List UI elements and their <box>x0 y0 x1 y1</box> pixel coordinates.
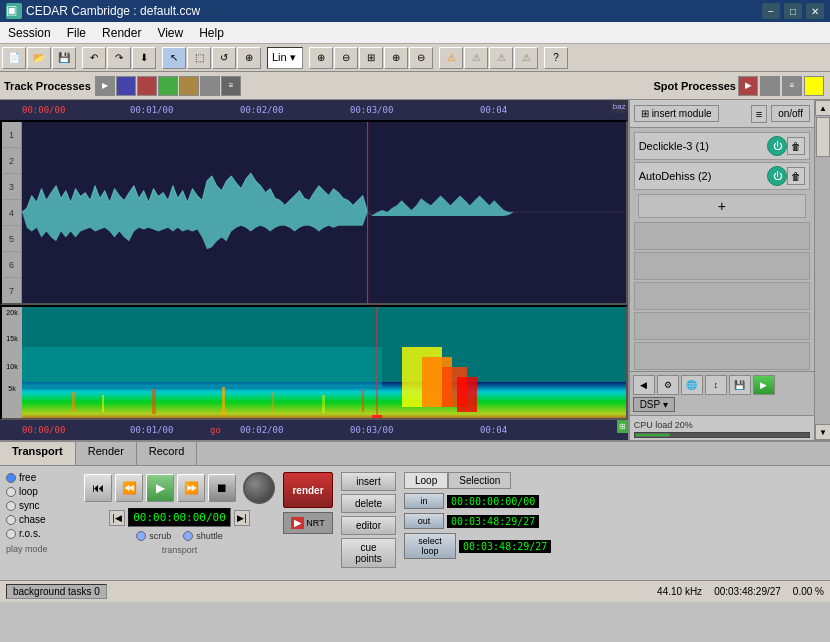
select-loop-button[interactable]: select loop <box>404 533 456 559</box>
tp-icon-6[interactable] <box>200 76 220 96</box>
editor-button[interactable]: editor <box>341 516 396 535</box>
svg-rect-10 <box>457 377 477 412</box>
mode-chase-radio[interactable] <box>6 515 16 525</box>
loop-tool[interactable]: ↺ <box>212 47 236 69</box>
zoom-out-h[interactable]: ⊖ <box>334 47 358 69</box>
rb-play-button[interactable]: ▶ <box>753 375 775 395</box>
scrub-control[interactable]: scrub <box>136 531 171 541</box>
rewind-button[interactable]: ⏮ <box>84 474 112 502</box>
mode-free[interactable]: free <box>6 472 76 483</box>
zoom-fit-h[interactable]: ⊞ <box>359 47 383 69</box>
menu-file[interactable]: File <box>59 24 94 42</box>
ls-tab-selection[interactable]: Selection <box>448 472 511 489</box>
clip4-button[interactable]: ⚠ <box>514 47 538 69</box>
tp-icon-7[interactable]: ≡ <box>221 76 241 96</box>
stop-button[interactable]: ⏹ <box>208 474 236 502</box>
open-button[interactable]: 📂 <box>27 47 51 69</box>
cue-points-button[interactable]: cue points <box>341 538 396 568</box>
zoom-in-h[interactable]: ⊕ <box>309 47 333 69</box>
to-end-button[interactable]: ▶| <box>234 510 250 526</box>
mode-ros[interactable]: r.o.s. <box>6 528 76 539</box>
plugin-delete-1[interactable]: 🗑 <box>787 137 805 155</box>
shuttle-indicator <box>183 531 193 541</box>
menu-session[interactable]: Session <box>0 24 59 42</box>
undo-button[interactable]: ↶ <box>82 47 106 69</box>
list-view-button[interactable]: ≡ <box>751 105 767 123</box>
undo-arrow-button[interactable]: ⬇ <box>132 47 156 69</box>
clip3-button[interactable]: ⚠ <box>489 47 513 69</box>
on-off-button[interactable]: on/off <box>771 105 810 122</box>
scroll-down-arrow[interactable]: ▼ <box>815 424 830 440</box>
zoom-out-v[interactable]: ⊖ <box>409 47 433 69</box>
menu-view[interactable]: View <box>149 24 191 42</box>
nrt-button[interactable]: ▶ NRT <box>283 512 333 534</box>
to-start-button[interactable]: |◀ <box>109 510 125 526</box>
sp-icon-4[interactable] <box>804 76 824 96</box>
rb-btn-4[interactable]: ↕ <box>705 375 727 395</box>
scrollbar[interactable]: ▲ ▼ <box>814 100 830 440</box>
clip2-button[interactable]: ⚠ <box>464 47 488 69</box>
scroll-thumb[interactable] <box>816 117 830 157</box>
new-button[interactable]: 📄 <box>2 47 26 69</box>
render-button[interactable]: render <box>283 472 333 508</box>
dsp-button[interactable]: DSP ▾ <box>633 397 675 412</box>
tp-icon-2[interactable] <box>116 76 136 96</box>
plugin-power-2[interactable]: ⏻ <box>767 166 787 186</box>
rb-btn-2[interactable]: ⚙ <box>657 375 679 395</box>
ls-tab-loop[interactable]: Loop <box>404 472 448 489</box>
window-controls[interactable]: − □ ✕ <box>762 3 824 19</box>
tp-icon-3[interactable] <box>137 76 157 96</box>
zoom-tool[interactable]: ⊕ <box>237 47 261 69</box>
in-button[interactable]: in <box>404 493 444 509</box>
tp-icon-1[interactable]: ▶ <box>95 76 115 96</box>
rb-btn-5[interactable]: 💾 <box>729 375 751 395</box>
mode-loop-radio[interactable] <box>6 487 16 497</box>
rb-btn-3[interactable]: 🌐 <box>681 375 703 395</box>
menu-render[interactable]: Render <box>94 24 149 42</box>
rewind-fast-button[interactable]: ⏪ <box>115 474 143 502</box>
tab-render[interactable]: Render <box>76 442 137 465</box>
tab-transport[interactable]: Transport <box>0 442 76 465</box>
tab-record[interactable]: Record <box>137 442 197 465</box>
tp-icon-4[interactable] <box>158 76 178 96</box>
scroll-up-arrow[interactable]: ▲ <box>815 100 830 116</box>
sp-icon-1[interactable]: ▶ <box>738 76 758 96</box>
insert-button[interactable]: insert <box>341 472 396 491</box>
jog-wheel[interactable] <box>243 472 275 504</box>
mode-free-radio[interactable] <box>6 473 16 483</box>
select-tool[interactable]: ↖ <box>162 47 186 69</box>
menu-bar: Session File Render View Help <box>0 22 830 44</box>
mode-ros-radio[interactable] <box>6 529 16 539</box>
zoom-type-dropdown[interactable]: Lin ▾ <box>267 47 303 69</box>
redo-button[interactable]: ↷ <box>107 47 131 69</box>
spectrogram-container[interactable]: a 20k 15k 10k 5k <box>0 305 628 420</box>
out-button[interactable]: out <box>404 513 444 529</box>
sp-icon-2[interactable] <box>760 76 780 96</box>
select-time-display: 00:03:48:29/27 <box>459 540 551 553</box>
tp-icon-5[interactable] <box>179 76 199 96</box>
plugin-add-button[interactable]: + <box>638 194 806 218</box>
plugin-power-1[interactable]: ⏻ <box>767 136 787 156</box>
minimize-button[interactable]: − <box>762 3 780 19</box>
waveform-container[interactable]: 1 2 3 4 5 6 7 <box>0 120 628 305</box>
shuttle-control[interactable]: shuttle <box>183 531 223 541</box>
insert-module-button[interactable]: ⊞ insert module <box>634 105 719 122</box>
rb-btn-1[interactable]: ◀ <box>633 375 655 395</box>
mode-loop[interactable]: loop <box>6 486 76 497</box>
delete-button[interactable]: delete <box>341 494 396 513</box>
plugin-delete-2[interactable]: 🗑 <box>787 167 805 185</box>
fast-forward-button[interactable]: ⏩ <box>177 474 205 502</box>
mode-chase[interactable]: chase <box>6 514 76 525</box>
save-button[interactable]: 💾 <box>52 47 76 69</box>
close-button[interactable]: ✕ <box>806 3 824 19</box>
play-button[interactable]: ▶ <box>146 474 174 502</box>
mode-sync-radio[interactable] <box>6 501 16 511</box>
help-button[interactable]: ? <box>544 47 568 69</box>
sp-icon-3[interactable]: ≡ <box>782 76 802 96</box>
clip1-button[interactable]: ⚠ <box>439 47 463 69</box>
maximize-button[interactable]: □ <box>784 3 802 19</box>
menu-help[interactable]: Help <box>191 24 232 42</box>
zoom-in-v[interactable]: ⊕ <box>384 47 408 69</box>
marquee-tool[interactable]: ⬚ <box>187 47 211 69</box>
mode-sync[interactable]: sync <box>6 500 76 511</box>
